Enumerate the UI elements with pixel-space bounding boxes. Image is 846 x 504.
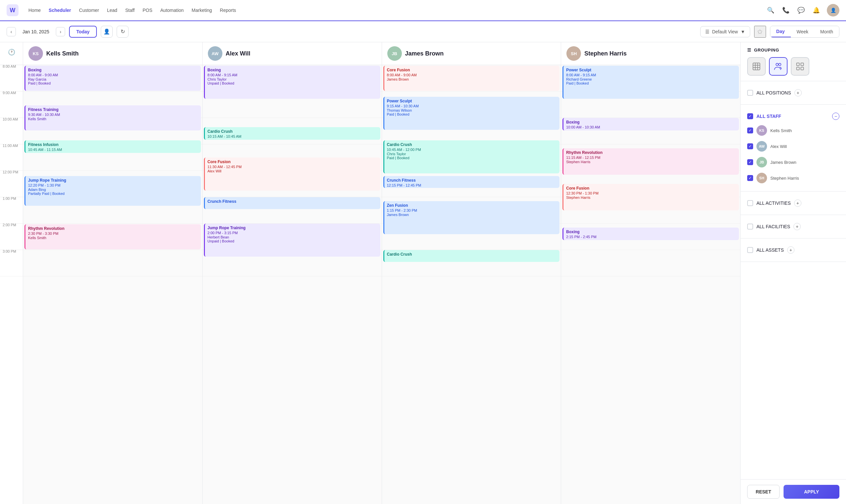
all-assets-checkbox[interactable] [747,247,753,253]
nav-automation[interactable]: Automation [160,7,184,13]
calendar-area: 🕐 KS Kells Smith AW Alex Will JB James B… [0,42,740,504]
svg-point-5 [776,64,778,66]
user-avatar[interactable]: 👤 [827,4,840,17]
nav-lead[interactable]: Lead [107,7,117,13]
all-staff-checkbox[interactable]: ✓ [747,113,753,119]
all-facilities-label: ALL FACILITIES [756,224,790,229]
time-slot-12pm: 12:00 PM [0,171,23,197]
events-alex: Boxing 8:00 AM - 9:15 AM Chris Taylor Un… [202,65,382,504]
time-slot-1pm: 1:00 PM [0,197,23,223]
time-slot-8am: 8:00 AM [0,65,23,91]
event-boxing-alex[interactable]: Boxing 8:00 AM - 9:15 AM Chris Taylor Un… [204,66,381,99]
event-power-stephen[interactable]: Power Sculpt 8:00 AM - 9:15 AM Richard G… [562,66,739,99]
scroll-area[interactable]: 8:00 AM 9:00 AM 10:00 AM 11:00 AM 12:00 … [0,65,740,504]
main-layout: 🕐 KS Kells Smith AW Alex Will JB James B… [0,42,846,504]
grid-col-james: Core Fusion 8:00 AM - 9:00 AM James Brow… [382,65,562,504]
app-logo[interactable]: W [6,4,18,16]
event-boxing-kells[interactable]: Boxing 8:00 AM - 9:00 AM Ray Garcia Paid… [24,66,201,91]
time-slot-11am: 11:00 AM [0,144,23,171]
event-jump-rope-kells[interactable]: Jump Rope Training 12:20 PM - 1:30 PM Ad… [24,176,201,206]
time-gutter-header: 🕐 [0,42,23,65]
svg-rect-7 [797,63,799,66]
top-nav: W Home Scheduler Customer Lead Staff POS… [0,0,846,21]
event-zen-james[interactable]: Zen Fusion 1:15 PM - 2:30 PM James Brown [383,201,560,234]
staff-checkbox-alex[interactable]: ✓ [747,143,753,149]
all-staff-section: ✓ ALL STAFF − ✓ KS Kells Smith ✓ AW Alex… [741,105,846,192]
all-assets-add-button[interactable]: + [787,246,794,254]
staff-name-stephen: Stephen Harris [584,50,627,57]
grouping-building-button[interactable] [747,57,766,76]
staff-col-kells: KS Kells Smith [23,42,202,65]
all-staff-label: ALL STAFF [756,114,829,119]
staff-name-james-panel: James Brown [770,160,840,165]
phone-icon[interactable]: 📞 [781,6,791,15]
refresh-button[interactable]: ↻ [117,26,128,38]
notification-icon[interactable]: 🔔 [812,6,821,15]
favorite-button[interactable]: ✩ [754,26,766,38]
nav-customer[interactable]: Customer [79,7,99,13]
staff-row-alex: ✓ AW Alex Will [747,138,840,154]
filter-label: Default View [712,29,738,34]
grouping-staff-button[interactable] [769,57,788,76]
whatsapp-icon[interactable]: 💬 [796,6,806,15]
prev-date-button[interactable]: ‹ [6,27,16,36]
event-crunch-alex[interactable]: Crunch Fitness [204,197,381,209]
all-activities-add-button[interactable]: + [794,199,801,207]
filter-button[interactable]: ☰ Default View ▼ [700,26,750,37]
nav-scheduler[interactable]: Scheduler [49,7,71,13]
grouping-asset-button[interactable] [791,57,809,76]
all-facilities-checkbox[interactable] [747,223,753,230]
apply-button[interactable]: APPLY [783,485,840,499]
nav-marketing[interactable]: Marketing [192,7,212,13]
tab-week[interactable]: Week [791,26,815,37]
all-activities-checkbox[interactable] [747,200,753,206]
toolbar: ‹ Jan 10, 2025 › Today 👤 ↻ ☰ Default Vie… [0,21,846,42]
all-facilities-row: ALL FACILITIES + [747,220,840,233]
tab-day[interactable]: Day [770,26,791,37]
staff-name-stephen-panel: Stephen Harris [770,176,840,181]
staff-checkbox-james[interactable]: ✓ [747,159,753,165]
staff-name-alex: Alex Will [226,50,250,57]
event-jump-alex[interactable]: Jump Rope Training 2:00 PM - 3:15 PM Her… [204,223,381,257]
event-cardio-james[interactable]: Cardio Crush 10:45 AM - 12:00 PM Chris T… [383,140,560,174]
all-positions-add-button[interactable]: + [794,89,802,96]
event-boxing2-stephen[interactable]: Boxing 2:15 PM - 2:45 PM [562,228,739,240]
next-date-button[interactable]: › [56,27,65,36]
event-fitness-infusion[interactable]: Fitness Infusion 10:45 AM - 11:15 AM [24,140,201,153]
nav-right: 🔍 📞 💬 🔔 👤 [766,4,840,17]
staff-checkbox-kells[interactable]: ✓ [747,127,753,133]
event-fitness-training[interactable]: Fitness Training 9:30 AM - 10:30 AM Kell… [24,105,201,130]
event-cardio2-james[interactable]: Cardio Crush [383,250,560,262]
all-positions-label: ALL POSITIONS [756,90,791,95]
nav-staff[interactable]: Staff [125,7,135,13]
event-rhythm-kells[interactable]: Rhythm Revolution 2:30 PM - 3:30 PM Kell… [24,224,201,249]
today-button[interactable]: Today [69,26,97,38]
tab-month[interactable]: Month [814,26,839,37]
all-positions-checkbox[interactable] [747,90,753,96]
all-activities-row: ALL ACTIVITIES + [747,197,840,210]
search-icon[interactable]: 🔍 [766,6,775,15]
event-power-james[interactable]: Power Sculpt 9:15 AM - 10:30 AM Thomas W… [383,97,560,130]
nav-pos[interactable]: POS [142,7,152,13]
time-slot-10am: 10:00 AM [0,118,23,144]
all-assets-section: ALL ASSETS + [741,238,846,262]
event-core-james[interactable]: Core Fusion 8:00 AM - 9:00 AM James Brow… [383,66,560,91]
nav-home[interactable]: Home [29,7,41,13]
event-core-alex[interactable]: Core Fusion 11:30 AM - 12:45 PM Alex Wil… [204,158,381,191]
event-rhythm-stephen[interactable]: Rhythm Revolution 11:15 AM - 12:15 PM St… [562,148,739,175]
all-facilities-add-button[interactable]: + [793,223,801,230]
svg-rect-8 [801,63,804,66]
event-boxing-stephen[interactable]: Boxing 10:00 AM - 10:30 AM [562,118,739,130]
time-slot-3pm: 3:00 PM [0,250,23,276]
staff-view-button[interactable]: 👤 [101,26,113,38]
reset-button[interactable]: RESET [747,485,779,499]
event-core-stephen[interactable]: Core Fusion 12:30 PM - 1:30 PM Stephen H… [562,184,739,210]
event-cardio-alex[interactable]: Cardio Crush 10:15 AM - 10:45 AM [204,127,381,140]
all-staff-remove-button[interactable]: − [832,113,840,120]
staff-mini-avatar-stephen: SH [756,173,767,183]
nav-reports[interactable]: Reports [220,7,236,13]
event-crunch-james[interactable]: Crunch Fitness 12:15 PM - 12:45 PM [383,176,560,188]
time-slot-2pm: 2:00 PM [0,223,23,250]
staff-col-alex: AW Alex Will [202,42,382,65]
staff-checkbox-stephen[interactable]: ✓ [747,175,753,181]
